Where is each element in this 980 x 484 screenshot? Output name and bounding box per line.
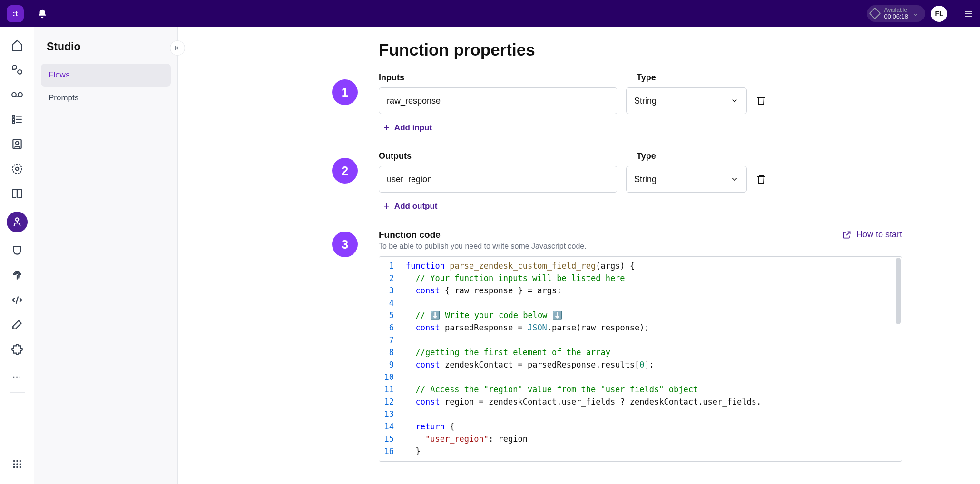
inputs-label: Inputs [379, 73, 617, 83]
type-label-2: Type [637, 151, 656, 161]
svg-point-5 [18, 93, 22, 97]
output-name-field[interactable] [379, 166, 617, 193]
step-badge-3: 3 [332, 232, 358, 257]
code-title: Function code [379, 230, 587, 240]
input-name-field[interactable] [379, 87, 617, 114]
svg-point-28 [19, 463, 21, 465]
svg-point-27 [16, 463, 18, 465]
line-gutter: 12345678910111213141516 [379, 257, 400, 461]
sidebar-item-prompts[interactable]: Prompts [41, 87, 171, 109]
chevron-down-icon [730, 175, 739, 184]
menu-icon[interactable] [957, 0, 973, 27]
svg-point-26 [13, 463, 15, 465]
contacts-icon[interactable] [10, 137, 24, 151]
svg-point-17 [15, 218, 19, 221]
more-icon[interactable]: … [10, 368, 24, 381]
voicemail-icon[interactable] [10, 88, 24, 101]
add-input-button[interactable]: + Add input [379, 122, 902, 134]
chevron-down-icon [730, 97, 739, 105]
type-label: Type [637, 73, 656, 83]
svg-point-15 [12, 164, 22, 174]
shield-icon[interactable] [10, 244, 24, 257]
status-label: Available [884, 7, 908, 13]
svg-point-4 [12, 93, 16, 97]
svg-point-23 [13, 460, 15, 462]
delete-output-button[interactable] [755, 174, 767, 185]
plus-icon: + [383, 200, 390, 213]
main-content: Function properties 1 Inputs Type String [178, 27, 980, 484]
svg-rect-11 [12, 121, 14, 123]
how-to-start-link[interactable]: How to start [842, 230, 902, 240]
collapse-sidebar-button[interactable] [170, 40, 185, 56]
user-avatar[interactable]: FL [931, 6, 947, 22]
svg-point-30 [16, 466, 18, 468]
apps-grid-icon[interactable] [10, 457, 24, 471]
divider [10, 392, 25, 393]
chevron-down-icon: ⌄ [913, 10, 919, 17]
chat-icon[interactable] [10, 63, 24, 77]
svg-point-31 [19, 466, 21, 468]
puzzle-icon[interactable] [10, 343, 24, 356]
fingerprint-icon[interactable] [10, 269, 24, 282]
code-area[interactable]: function parse_zendesk_custom_field_reg(… [400, 257, 902, 461]
topbar: :t Available 00:06:18 ⌄ FL [0, 0, 980, 27]
code-icon[interactable] [10, 293, 24, 307]
edit-icon[interactable] [10, 318, 24, 331]
add-output-label: Add output [394, 202, 438, 211]
svg-point-29 [13, 466, 15, 468]
svg-point-16 [15, 167, 19, 171]
sidebar: Studio Flows Prompts [34, 27, 178, 484]
svg-point-3 [18, 70, 22, 74]
status-time: 00:06:18 [884, 13, 908, 20]
icon-sidebar: … [0, 27, 34, 484]
notifications-icon[interactable] [37, 9, 48, 19]
scrollbar[interactable] [896, 258, 901, 324]
sidebar-item-flows[interactable]: Flows [41, 64, 171, 87]
howto-label: How to start [856, 230, 902, 240]
code-subtitle: To be able to publish you need to write … [379, 242, 587, 251]
list-icon[interactable] [10, 113, 24, 126]
availability-status[interactable]: Available 00:06:18 ⌄ [867, 5, 925, 22]
studio-icon[interactable] [7, 212, 28, 232]
add-input-label: Add input [394, 123, 432, 133]
page-title: Function properties [379, 40, 902, 59]
output-type-select[interactable]: String [626, 166, 747, 193]
external-link-icon [842, 230, 852, 240]
output-type-value: String [634, 174, 657, 184]
svg-rect-9 [12, 118, 14, 120]
step-badge-1: 1 [332, 79, 358, 105]
step-badge-2: 2 [332, 158, 358, 184]
svg-rect-7 [12, 115, 14, 117]
svg-line-20 [14, 223, 15, 226]
input-type-select[interactable]: String [626, 87, 747, 114]
input-type-value: String [634, 96, 657, 106]
code-editor[interactable]: 12345678910111213141516 function parse_z… [379, 256, 902, 462]
app-logo[interactable]: :t [7, 5, 24, 22]
book-icon[interactable] [10, 187, 24, 200]
svg-line-22 [16, 296, 18, 303]
home-icon[interactable] [10, 39, 24, 52]
sidebar-title: Studio [41, 40, 171, 53]
svg-point-24 [16, 460, 18, 462]
add-output-button[interactable]: + Add output [379, 200, 902, 213]
svg-point-14 [15, 142, 19, 145]
svg-point-25 [19, 460, 21, 462]
delete-input-button[interactable] [755, 95, 767, 106]
outputs-label: Outputs [379, 151, 617, 161]
svg-line-21 [19, 223, 20, 226]
status-diamond-icon [869, 8, 881, 19]
target-icon[interactable] [10, 162, 24, 175]
plus-icon: + [383, 122, 390, 134]
